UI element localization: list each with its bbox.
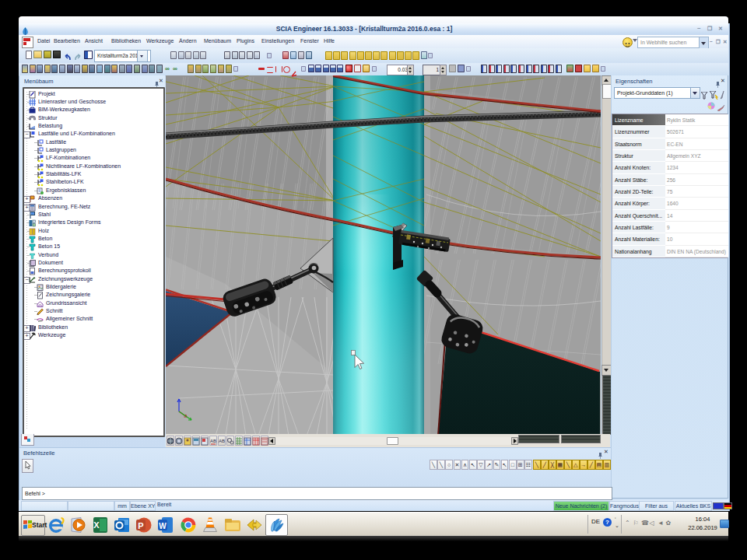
svg-text:W: W [159, 522, 167, 530]
svg-text:AB: AB [219, 439, 225, 443]
svg-text:P: P [138, 521, 143, 530]
svg-text:X: X [93, 520, 100, 530]
svg-text:AB: AB [210, 439, 216, 443]
